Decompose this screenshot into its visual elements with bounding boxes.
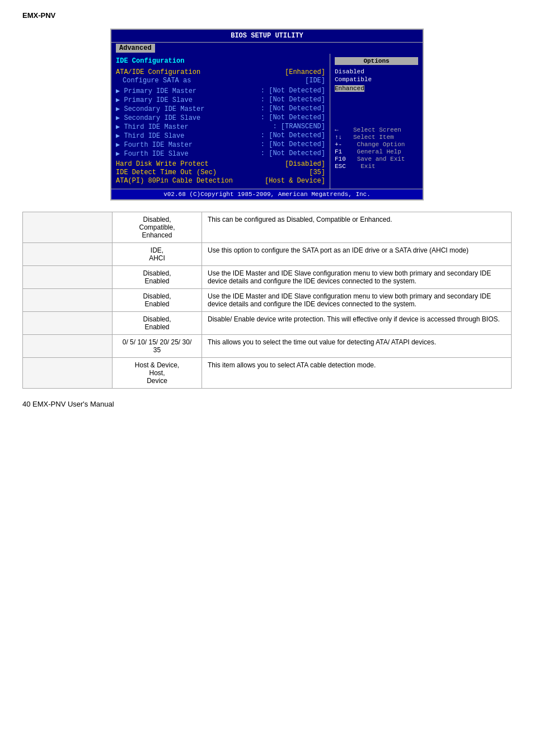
bios-row-primary-master[interactable]: ▶ Primary IDE Master : [Not Detected] bbox=[116, 87, 325, 95]
bios-value-ata-cable: [Host & Device] bbox=[265, 177, 325, 185]
bios-section-title: IDE Configuration bbox=[116, 57, 325, 65]
bios-row-ata-cable[interactable]: ATA(PI) 80Pin Cable Detection [Host & De… bbox=[116, 177, 325, 185]
table-cell-label-3 bbox=[23, 266, 113, 289]
bios-row-third-slave[interactable]: ▶ Third IDE Slave : [Not Detected] bbox=[116, 132, 325, 140]
bios-menu-advanced[interactable]: Advanced bbox=[116, 44, 155, 53]
bios-label-third-slave: ▶ Third IDE Slave bbox=[116, 132, 184, 140]
table-cell-desc-3: Use the IDE Master and IDE Slave configu… bbox=[202, 266, 512, 289]
table-cell-desc-1: This can be configured as Disabled, Comp… bbox=[202, 212, 512, 243]
bios-main-panel: IDE Configuration ATA/IDE Configuration … bbox=[111, 54, 330, 189]
bios-label-ata-cable: ATA(PI) 80Pin Cable Detection bbox=[116, 177, 233, 185]
bios-label-hd-write: Hard Disk Write Protect bbox=[116, 160, 209, 168]
hint-label-item: Select Item bbox=[353, 134, 394, 141]
bios-label-secondary-slave: ▶ Secondary IDE Slave bbox=[116, 114, 200, 122]
bios-label-secondary-master: ▶ Secondary IDE Master bbox=[116, 105, 204, 113]
bios-hint-save: F10 Save and Exit bbox=[335, 156, 418, 162]
bios-label-ata-config: ATA/IDE Configuration bbox=[116, 68, 200, 76]
bios-value-hd-write: [Disabled] bbox=[285, 160, 325, 168]
hint-key-ud: ↑↓ bbox=[335, 134, 342, 141]
bios-label-primary-slave: ▶ Primary IDE Slave bbox=[116, 96, 193, 104]
table-row: Disabled,Enabled Use the IDE Master and … bbox=[23, 266, 512, 289]
bios-value-ide-detect: [35] bbox=[309, 169, 325, 176]
table-cell-label-1 bbox=[23, 212, 113, 243]
table-cell-label-2 bbox=[23, 243, 113, 266]
table-cell-desc-4: Use the IDE Master and IDE Slave configu… bbox=[202, 289, 512, 312]
bios-content-area: IDE Configuration ATA/IDE Configuration … bbox=[111, 54, 423, 189]
hint-key-f1: F1 bbox=[335, 148, 342, 155]
bios-hints-container: ← Select Screen ↑↓ Select Item +- Change… bbox=[335, 127, 418, 170]
bios-option-enhanced: Enhanced bbox=[335, 85, 364, 92]
bios-row-primary-slave[interactable]: ▶ Primary IDE Slave : [Not Detected] bbox=[116, 96, 325, 104]
table-cell-options-2: IDE,AHCI bbox=[113, 243, 202, 266]
bios-row-hd-write[interactable]: Hard Disk Write Protect [Disabled] bbox=[116, 160, 325, 168]
table-cell-options-4: Disabled,Enabled bbox=[113, 289, 202, 312]
hint-label-exit: Exit bbox=[360, 163, 375, 170]
bios-row-fourth-slave[interactable]: ▶ Fourth IDE Slave : [Not Detected] bbox=[116, 150, 325, 158]
bios-row-fourth-master[interactable]: ▶ Fourth IDE Master : [Not Detected] bbox=[116, 141, 325, 149]
table-row: Disabled,Compatible,Enhanced This can be… bbox=[23, 212, 512, 243]
bios-hint-item: ↑↓ Select Item bbox=[335, 134, 418, 141]
bios-label-configure-sata: Configure SATA as bbox=[116, 77, 191, 85]
bios-hint-option: +- Change Option bbox=[335, 141, 418, 148]
bios-screenshot: BIOS SETUP UTILITY Advanced IDE Configur… bbox=[110, 29, 424, 200]
table-cell-label-5 bbox=[23, 312, 113, 335]
table-cell-options-6: 0/ 5/ 10/ 15/ 20/ 25/ 30/35 bbox=[113, 335, 202, 358]
table-row: 0/ 5/ 10/ 15/ 20/ 25/ 30/35 This allows … bbox=[23, 335, 512, 358]
bios-row-secondary-slave[interactable]: ▶ Secondary IDE Slave : [Not Detected] bbox=[116, 114, 325, 122]
table-cell-options-5: Disabled,Enabled bbox=[113, 312, 202, 335]
bios-hint-help: F1 General Help bbox=[335, 148, 418, 155]
bios-row-ata-config[interactable]: ATA/IDE Configuration [Enhanced] bbox=[116, 68, 325, 76]
bios-option-compatible: Compatible bbox=[335, 76, 418, 83]
bios-sidebar: Options Disabled Compatible Enhanced ← S… bbox=[330, 54, 423, 189]
hint-label-save: Save and Exit bbox=[357, 156, 405, 162]
bios-option-disabled: Disabled bbox=[335, 68, 418, 75]
table-row: Host & Device,Host,Device This item allo… bbox=[23, 358, 512, 389]
bios-options-title: Options bbox=[335, 57, 418, 65]
hint-label-help: General Help bbox=[357, 148, 401, 155]
table-cell-label-7 bbox=[23, 358, 113, 389]
bios-label-fourth-master: ▶ Fourth IDE Master bbox=[116, 141, 193, 149]
page-footer: 40 EMX-PNV User's Manual bbox=[22, 400, 512, 408]
table-row: IDE,AHCI Use this option to configure th… bbox=[23, 243, 512, 266]
bios-row-third-master[interactable]: ▶ Third IDE Master : [TRANSCEND] bbox=[116, 123, 325, 131]
bios-value-fourth-master: : [Not Detected] bbox=[261, 141, 325, 149]
hint-key-esc: ESC bbox=[335, 163, 346, 170]
table-cell-desc-6: This allows you to select the time out v… bbox=[202, 335, 512, 358]
hint-key-pm: +- bbox=[335, 141, 342, 148]
table-cell-desc-7: This item allows you to select ATA cable… bbox=[202, 358, 512, 389]
bios-hint-screen: ← Select Screen bbox=[335, 127, 418, 133]
bios-hint-exit: ESC Exit bbox=[335, 163, 418, 170]
table-cell-label-6 bbox=[23, 335, 113, 358]
hint-key-f10: F10 bbox=[335, 156, 346, 162]
bios-row-secondary-master[interactable]: ▶ Secondary IDE Master : [Not Detected] bbox=[116, 105, 325, 113]
hint-label-option: Change Option bbox=[357, 141, 405, 148]
bios-value-third-slave: : [Not Detected] bbox=[261, 132, 325, 140]
table-cell-desc-5: Disable/ Enable device write protection.… bbox=[202, 312, 512, 335]
bios-footer: v02.68 (C)Copyright 1985-2009, American … bbox=[111, 189, 423, 199]
bios-value-fourth-slave: : [Not Detected] bbox=[261, 150, 325, 158]
bios-title: BIOS SETUP UTILITY bbox=[111, 30, 423, 43]
bios-value-secondary-master: : [Not Detected] bbox=[261, 105, 325, 113]
table-cell-options-3: Disabled,Enabled bbox=[113, 266, 202, 289]
bios-value-primary-slave: : [Not Detected] bbox=[261, 96, 325, 104]
bios-row-configure-sata[interactable]: Configure SATA as [IDE] bbox=[116, 77, 325, 85]
table-cell-desc-2: Use this option to configure the SATA po… bbox=[202, 243, 512, 266]
info-table: Disabled,Compatible,Enhanced This can be… bbox=[22, 212, 512, 389]
page-header: EMX-PNV bbox=[22, 11, 512, 20]
bios-value-configure-sata: [IDE] bbox=[305, 77, 325, 85]
bios-label-fourth-slave: ▶ Fourth IDE Slave bbox=[116, 150, 189, 158]
bios-row-ide-detect[interactable]: IDE Detect Time Out (Sec) [35] bbox=[116, 169, 325, 176]
bios-value-third-master: : [TRANSCEND] bbox=[273, 123, 325, 131]
bios-label-ide-detect: IDE Detect Time Out (Sec) bbox=[116, 169, 217, 176]
bios-label-third-master: ▶ Third IDE Master bbox=[116, 123, 189, 131]
table-cell-label-4 bbox=[23, 289, 113, 312]
hint-label-screen: Select Screen bbox=[353, 127, 401, 133]
table-row: Disabled,Enabled Disable/ Enable device … bbox=[23, 312, 512, 335]
bios-value-secondary-slave: : [Not Detected] bbox=[261, 114, 325, 122]
bios-label-primary-master: ▶ Primary IDE Master bbox=[116, 87, 196, 95]
hint-key-arrows: ← bbox=[335, 127, 339, 133]
table-cell-options-7: Host & Device,Host,Device bbox=[113, 358, 202, 389]
table-row: Disabled,Enabled Use the IDE Master and … bbox=[23, 289, 512, 312]
bios-menu-bar: Advanced bbox=[111, 43, 423, 54]
bios-value-ata-config: [Enhanced] bbox=[285, 68, 325, 76]
